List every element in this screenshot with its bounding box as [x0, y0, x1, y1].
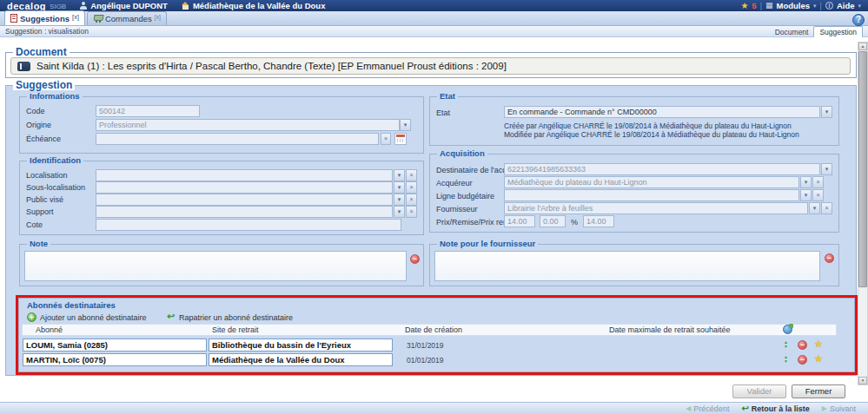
acquereur-select[interactable]: Médiathèque du plateau du Haut-Lignon [504, 176, 799, 188]
scroll-down-icon[interactable]: ▼ [858, 377, 867, 384]
fournisseur-select[interactable]: Librairie l'Arbre à feuilles [504, 202, 808, 214]
etat-created-line: Créée par Angélique CHARRÉ le 19/08/2014… [504, 122, 792, 130]
fournisseur-clear-icon[interactable]: × [821, 202, 832, 214]
scrollbar-thumb[interactable] [858, 51, 867, 287]
tab-commandes-close-icon[interactable]: [x] [155, 14, 161, 20]
star-row-icon[interactable]: ★ [814, 339, 823, 349]
public-vise-clear-icon[interactable]: × [406, 194, 417, 206]
etat-modified-line: Modifiée par Angélique CHARRÉ le 19/08/2… [504, 130, 799, 139]
view-switch-document[interactable]: Document [775, 28, 809, 37]
current-site[interactable]: Médiathèque de la Vallée du Doux [182, 1, 326, 10]
etat-dropdown-icon[interactable]: ▾ [821, 106, 832, 118]
origine-dropdown-icon[interactable]: ▾ [400, 119, 411, 131]
col-date-max: Date maximale de retrait souhaitée [609, 325, 731, 334]
tab-suggestions-close-icon[interactable]: [x] [72, 14, 79, 20]
note-fournisseur-legend: Note pour le fournisseur [437, 239, 538, 249]
support-dropdown-icon[interactable]: ▾ [394, 206, 405, 218]
globe-edit-icon[interactable] [783, 325, 792, 334]
user-icon [80, 2, 87, 10]
modules-menu[interactable]: Modules [777, 1, 811, 10]
document-section-legend: Document [13, 47, 70, 57]
rapatrier-link[interactable]: Rapatrier un abonné destinataire [179, 313, 293, 322]
retour-liste-label: Retour à la liste [752, 404, 810, 413]
note-fournisseur-remove-icon[interactable]: − [825, 253, 834, 263]
fermer-button[interactable]: Fermer [792, 384, 845, 398]
abonne-cell[interactable]: MARTIN, Loïc (0075) [23, 353, 207, 366]
note-textarea[interactable] [24, 251, 407, 281]
echeance-clear-icon[interactable]: × [381, 133, 391, 145]
add-abonne-icon[interactable]: + [27, 312, 36, 322]
calendar-icon[interactable] [394, 133, 407, 145]
precedent-label: Précédent [693, 404, 729, 413]
date-creation-cell: 01/01/2019 [407, 356, 444, 365]
public-vise-dropdown-icon[interactable]: ▾ [394, 194, 405, 206]
move-row-icon[interactable]: ▲ ▼ [781, 354, 791, 365]
abonne-cell[interactable]: LOUMI, Samia (0285) [23, 338, 207, 352]
identification-legend: Identification [27, 155, 83, 166]
delete-row-icon[interactable]: − [798, 340, 807, 350]
modules-caret-icon: ▾ [813, 3, 817, 10]
remise-input: 0.00 [540, 215, 566, 227]
view-switch-suggestion[interactable]: Suggestion [813, 26, 863, 37]
modules-icon: ▦ [765, 2, 773, 10]
echeance-input[interactable] [96, 133, 379, 145]
scroll-up-icon[interactable]: ▲ [858, 43, 867, 50]
origine-label: Origine [26, 120, 51, 130]
delete-row-icon[interactable]: − [798, 355, 807, 365]
current-user[interactable]: Angélique DUPONT [80, 1, 168, 10]
origine-select[interactable]: Professionnel [96, 119, 400, 131]
add-abonne-link[interactable]: Ajouter un abonné destinataire [40, 313, 147, 322]
favorites-icon[interactable]: ★ [740, 2, 748, 10]
acquisition-legend: Acquisition [437, 148, 487, 159]
breadcrumb-bar: Suggestion : visualisation Document Sugg… [0, 26, 868, 37]
move-row-icon[interactable]: ▲ ▼ [781, 339, 791, 350]
etat-legend: Etat [437, 91, 458, 102]
document-title: Saint Kilda (1) : Les esprits d'Hirta / … [36, 61, 507, 71]
col-date-creation: Date de création [405, 325, 462, 334]
public-vise-select[interactable] [96, 194, 393, 206]
localisation-dropdown-icon[interactable]: ▾ [394, 169, 405, 181]
abonnes-highlight: Abonnés destinataires + Ajouter un abonn… [16, 295, 858, 375]
sous-localisation-clear-icon[interactable]: × [406, 181, 417, 194]
rapatrier-icon[interactable]: ↩ [167, 312, 175, 321]
acquereur-dropdown-icon[interactable]: ▾ [800, 176, 812, 188]
favorites-count: 5 [752, 1, 756, 10]
support-clear-icon[interactable]: × [406, 206, 417, 218]
support-select[interactable] [96, 206, 393, 218]
note-remove-icon[interactable]: − [410, 254, 420, 264]
top-bar: decalog SIGB Angélique DUPONT Médiathèqu… [0, 0, 868, 11]
ligne-budgetaire-dropdown-icon[interactable]: ▾ [800, 189, 812, 201]
tab-commandes[interactable]: Commandes [x] [87, 11, 167, 25]
down-arrow-icon: ▼ [784, 345, 788, 349]
informations-legend: Informations [27, 91, 83, 102]
site-retrait-cell[interactable]: Médiathèque de la Vallée du Doux [209, 353, 393, 366]
ligne-budgetaire-clear-icon[interactable]: × [812, 189, 824, 201]
abonnes-fieldset: Abonnés destinataires + Ajouter un abonn… [18, 298, 855, 372]
tab-suggestions-label: Suggestions [20, 14, 70, 23]
percent-label: % [571, 217, 578, 227]
col-abonne: Abonné [36, 325, 63, 334]
sous-localisation-label: Sous-localisation [26, 182, 85, 193]
previous-arrow-icon: ◀ [686, 404, 691, 412]
aide-menu[interactable]: Aide [837, 1, 855, 10]
acquereur-clear-icon[interactable]: × [812, 176, 824, 188]
destinataire-select[interactable]: 622139641985633363 [504, 163, 820, 175]
destinataire-dropdown-icon[interactable]: ▾ [821, 163, 832, 175]
fournisseur-dropdown-icon[interactable]: ▾ [809, 202, 820, 214]
retour-liste-link[interactable]: ↩ Retour à la liste [741, 404, 809, 413]
note-fournisseur-textarea[interactable] [434, 251, 820, 281]
sous-localisation-select[interactable] [96, 181, 393, 194]
localisation-clear-icon[interactable]: × [406, 169, 417, 181]
tab-suggestions[interactable]: Suggestions [x] [4, 10, 85, 25]
etat-select[interactable]: En commande - Commande n° CMD00000 [504, 106, 820, 118]
help-icon[interactable]: ? [852, 14, 865, 26]
vertical-scrollbar[interactable]: ▲ ▼ [858, 42, 868, 385]
site-retrait-cell[interactable]: Bibliothèque du bassin de l'Eyrieux [209, 338, 393, 352]
cote-label: Cote [26, 220, 43, 230]
document-item: Saint Kilda (1) : Les esprits d'Hirta / … [10, 57, 851, 75]
star-row-icon[interactable]: ★ [814, 354, 823, 364]
localisation-select[interactable] [96, 169, 393, 181]
cote-input[interactable] [96, 219, 401, 231]
ligne-budgetaire-select[interactable] [504, 189, 799, 201]
sous-localisation-dropdown-icon[interactable]: ▾ [394, 181, 405, 194]
